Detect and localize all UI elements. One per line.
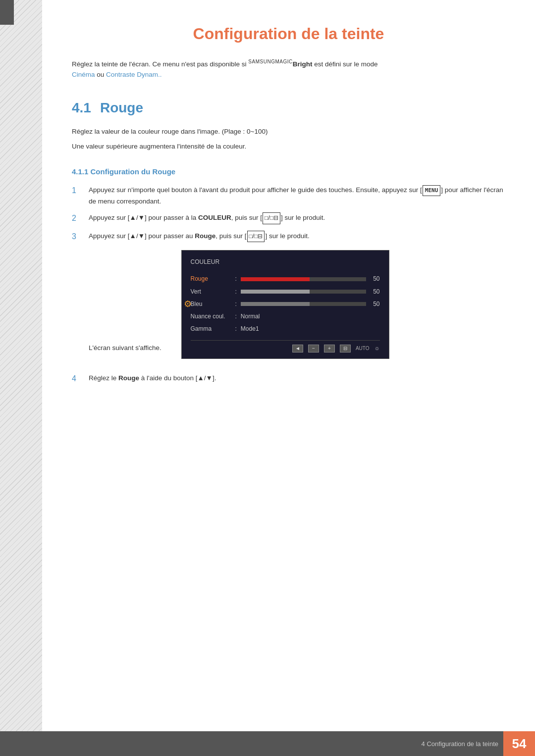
step-1-number: 1 [72, 184, 84, 197]
rouge-bold-3: Rouge [195, 232, 215, 240]
bleu-row: Bleu : 50 [191, 298, 380, 310]
screen-container: COULEUR ⚙ Rouge [181, 250, 389, 358]
gear-icon-area: ⚙ [184, 297, 192, 311]
btn-plus: + [324, 345, 335, 353]
step-3-number: 3 [72, 230, 84, 243]
bleu-colon: : [235, 300, 237, 309]
vert-value: 50 [370, 287, 380, 297]
btn-enter-symbol: ⊟ [343, 345, 347, 353]
footer-text: 4 Configuration de la teinte [422, 740, 498, 748]
footer-page-number: 54 [503, 731, 535, 756]
link-contraste[interactable]: Contraste Dynam.. [106, 71, 162, 78]
step-3-sub: L'écran suivant s'affiche. [89, 344, 161, 352]
vert-label: Vert [191, 287, 235, 297]
step-4-number: 4 [72, 372, 84, 385]
nuance-value: Normal [241, 312, 260, 321]
intro-paragraph: Réglez la teinte de l'écran. Ce menu n'e… [72, 58, 505, 80]
link-cinema[interactable]: Cinéma [72, 71, 95, 78]
bleu-value: 50 [370, 300, 380, 309]
gamma-label: Gamma [191, 324, 235, 334]
step-3-content: Appuyez sur [▲/▼] pour passer au Rouge, … [89, 231, 505, 367]
auto-label: AUTO [356, 345, 370, 353]
step-4: 4 Réglez le Rouge à l'aide du bouton [▲/… [72, 373, 505, 385]
rouge-value: 50 [370, 274, 380, 284]
vert-row: Vert : 50 [191, 286, 380, 298]
btn-plus-symbol: + [328, 345, 331, 353]
step-1-content: Appuyez sur n'importe quel bouton à l'av… [89, 185, 505, 206]
bleu-label: Bleu [191, 300, 235, 309]
screen-bottom-bar: ◄ − + ⊟ AUTO ☼ [191, 340, 380, 353]
nuance-row: Nuance coul. : Normal [191, 310, 380, 323]
nuance-label: Nuance coul. [191, 312, 235, 321]
step-2-content: Appuyez sur [▲/▼] pour passer à la COULE… [89, 212, 505, 224]
sun-icon: ☼ [374, 344, 380, 353]
bleu-bar-container: 50 [241, 300, 380, 309]
vert-bar-bg [241, 290, 366, 294]
intro-text-after: est défini sur le mode [312, 60, 377, 68]
gear-icon: ⚙ [184, 299, 192, 309]
bleu-bar-fill [241, 302, 310, 306]
brand-magic: MAGIC [275, 59, 292, 64]
gamma-row: Gamma : Mode1 [191, 323, 380, 335]
steps-list: 1 Appuyez sur n'importe quel bouton à l'… [72, 185, 505, 385]
menu-rows: Rouge : 50 [191, 273, 380, 335]
couleur-bold: COULEUR [198, 214, 231, 221]
btn-enter: ⊟ [340, 345, 351, 353]
section-41-header: 4.1 Rouge [72, 100, 505, 116]
step-2-number: 2 [72, 212, 84, 225]
gamma-value: Mode1 [241, 324, 259, 334]
section-411-header: 4.1.1 Configuration du Rouge [72, 167, 505, 176]
nuance-colon: : [235, 312, 237, 321]
bleu-bar-bg [241, 302, 366, 306]
brand-bright: Bright [293, 60, 313, 68]
btn-left: ◄ [292, 345, 303, 353]
rouge-label: Rouge [191, 274, 235, 284]
section-41-body1: Réglez la valeur de la couleur rouge dan… [72, 126, 505, 138]
section-41-number: 4.1 [72, 100, 91, 116]
nav-button-2: □/□⊟ [263, 212, 280, 224]
rouge-bar-bg [241, 277, 366, 281]
rouge-bar-container: 50 [241, 274, 380, 284]
step-3: 3 Appuyez sur [▲/▼] pour passer au Rouge… [72, 231, 505, 367]
section-41-body2: Une valeur supérieure augmentera l'inten… [72, 141, 505, 152]
screen-image: COULEUR ⚙ Rouge [181, 250, 389, 358]
rouge-bold-4: Rouge [118, 374, 139, 382]
btn-minus-symbol: − [312, 345, 315, 353]
sidebar-accent [0, 0, 14, 25]
main-content: Configuration de la teinte Réglez la tei… [42, 0, 535, 756]
screen-title: COULEUR [191, 257, 380, 267]
nav-button-3: □/□⊟ [247, 231, 265, 242]
rouge-colon: : [235, 274, 237, 284]
brand-samsung: SAMSUNG [248, 59, 275, 64]
menu-rows-wrapper: ⚙ Rouge : [191, 273, 380, 335]
intro-or: ou [95, 71, 107, 78]
gamma-colon: : [235, 324, 237, 334]
page-container: Configuration de la teinte Réglez la tei… [0, 0, 535, 756]
rouge-row: Rouge : 50 [191, 273, 380, 285]
page-title: Configuration de la teinte [72, 25, 505, 43]
vert-bar-container: 50 [241, 287, 380, 297]
sidebar [0, 0, 42, 756]
step-2: 2 Appuyez sur [▲/▼] pour passer à la COU… [72, 212, 505, 225]
vert-bar-fill [241, 290, 310, 294]
intro-text-before: Réglez la teinte de l'écran. Ce menu n'e… [72, 60, 248, 68]
step-1: 1 Appuyez sur n'importe quel bouton à l'… [72, 185, 505, 206]
rouge-bar-fill [241, 277, 310, 281]
menu-key: MENU [423, 185, 441, 196]
section-41-title: Rouge [100, 100, 143, 116]
vert-colon: : [235, 287, 237, 297]
btn-left-symbol: ◄ [295, 345, 300, 353]
step-4-content: Réglez le Rouge à l'aide du bouton [▲/▼]… [89, 373, 505, 384]
btn-minus: − [308, 345, 319, 353]
page-footer: 4 Configuration de la teinte 54 [0, 731, 535, 756]
